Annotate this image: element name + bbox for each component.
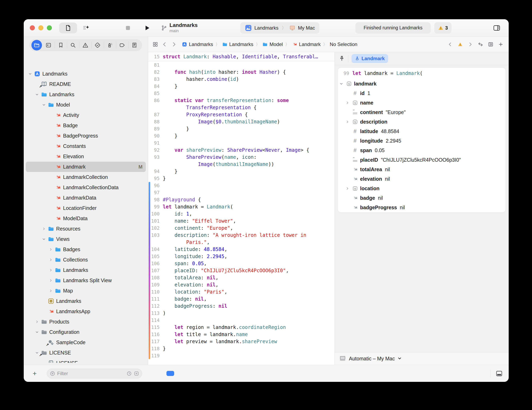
disclosure-right-icon[interactable] — [48, 289, 54, 292]
recent-files-clock-icon[interactable] — [126, 371, 132, 376]
tree-item-landmarks[interactable]: Landmarks — [26, 69, 146, 79]
code-line: 119 — [148, 352, 334, 359]
toggle-debug-area-icon[interactable] — [496, 370, 503, 377]
close-window-button[interactable] — [30, 25, 35, 30]
add-file-button[interactable]: + — [31, 369, 39, 377]
disclosure-right-icon[interactable] — [48, 258, 54, 262]
line-number: 101 — [148, 218, 163, 224]
tree-item-badge[interactable]: Badge — [26, 120, 146, 131]
breadcrumb-item-model[interactable]: Model — [262, 42, 283, 47]
tree-item-collections[interactable]: Collections — [26, 255, 146, 265]
tree-item-activity[interactable]: Activity — [26, 110, 146, 120]
line-number: 109 — [148, 282, 163, 287]
disclosure-right-icon[interactable] — [48, 279, 54, 282]
disclosure-right-icon[interactable] — [48, 268, 54, 272]
editor-options-icon[interactable] — [488, 42, 493, 47]
tree-item-landmarks[interactable]: Landmarks — [26, 89, 146, 100]
navigator-tab-reports-navigator[interactable] — [128, 41, 141, 50]
filter-field[interactable]: Filter — [47, 369, 142, 378]
tree-item-landmarks[interactable]: Landmarks — [26, 296, 146, 306]
source-editor[interactable]: 15 struct Landmark: Hashable, Identifiab… — [148, 52, 334, 365]
disclosure-down-icon[interactable] — [34, 93, 40, 96]
tree-item-license[interactable]: ↗LICENSE — [26, 348, 146, 358]
tree-item-license[interactable]: LICENSE — [26, 358, 146, 363]
navigator-tab-source-control-navigator[interactable] — [42, 41, 55, 50]
tree-item-resources[interactable]: Resources — [26, 224, 146, 234]
svg-text:“: “ — [353, 109, 355, 113]
disclosure-down-icon[interactable] — [41, 237, 47, 241]
zoom-window-button[interactable] — [47, 25, 52, 30]
quote-icon: “ — [351, 157, 359, 163]
disclosure-right-icon[interactable] — [41, 227, 47, 230]
tree-item-landmarks[interactable]: Landmarks — [26, 265, 146, 275]
disclosure-down-icon[interactable] — [34, 330, 40, 334]
tree-item-model[interactable]: Model — [26, 100, 146, 110]
tree-item-landmarksapp[interactable]: LandmarksApp — [26, 306, 146, 317]
breadcrumb-item-landmarks[interactable]: Landmarks — [182, 42, 213, 47]
inspector-row-landmark: Slandmark — [338, 79, 506, 89]
navigator-tab-project-navigator[interactable] — [31, 41, 42, 50]
code-line: 91 — [148, 139, 334, 146]
disclosure-right-icon[interactable] — [344, 187, 351, 190]
tree-item-readme[interactable]: ↗README — [26, 79, 146, 89]
scheme-selector[interactable]: Landmarks 〉 My Mac — [240, 22, 320, 34]
writing-tools-button[interactable] — [82, 23, 91, 33]
tree-item-constants[interactable]: Constants — [26, 141, 146, 151]
navigator-tab-issues-navigator[interactable] — [79, 41, 92, 50]
toggle-inspector-button[interactable] — [492, 23, 501, 33]
tree-item-landmarkcollectiondata[interactable]: LandmarkCollectionData — [26, 182, 146, 193]
tree-item-landmarkcollection[interactable]: LandmarkCollection — [26, 172, 146, 182]
warnings-badge[interactable]: 3 — [434, 22, 452, 34]
issue-warning-icon[interactable] — [458, 42, 463, 47]
inspector-label: description — [360, 119, 388, 125]
tree-item-views[interactable]: Views — [26, 234, 146, 244]
inspector-label: longitude — [360, 138, 383, 144]
related-items-icon[interactable] — [153, 42, 158, 47]
source-control-filter-icon[interactable] — [134, 371, 139, 376]
run-button[interactable] — [142, 23, 152, 33]
pin-icon[interactable] — [339, 55, 345, 62]
disclosure-down-icon[interactable] — [27, 72, 33, 76]
navigator-tab-debug-navigator[interactable] — [104, 41, 116, 50]
navigator-tab-find-navigator[interactable] — [67, 41, 79, 50]
code-review-icon[interactable] — [478, 42, 483, 47]
add-editor-icon[interactable] — [498, 42, 504, 47]
disclosure-right-icon[interactable] — [34, 320, 40, 324]
code-line: 89 } — [148, 125, 334, 132]
breadcrumb-item-landmark[interactable]: Landmark — [292, 42, 321, 47]
tree-item-locationfinder[interactable]: LocationFinder — [26, 203, 146, 213]
tree-item-landmarks-split-view[interactable]: Landmarks Split View — [26, 275, 146, 286]
tree-item-modeldata[interactable]: ModelData — [26, 213, 146, 224]
breadcrumb-item-landmarks[interactable]: Landmarks — [222, 42, 253, 47]
disclosure-right-icon[interactable] — [344, 101, 351, 105]
forward-icon[interactable] — [171, 42, 177, 47]
navigator-tab-bookmarks-navigator[interactable] — [55, 41, 67, 50]
tree-item-elevation[interactable]: Elevation — [26, 151, 146, 162]
navigator-tab-breakpoints-navigator[interactable] — [116, 41, 128, 50]
breadcrumb-label: Model — [269, 42, 283, 47]
tree-item-samplecode[interactable]: ↗SampleCode — [26, 337, 146, 348]
playground-scope-chip[interactable]: Landmark — [352, 54, 388, 63]
back-icon[interactable] — [162, 42, 167, 47]
disclosure-down-icon[interactable] — [338, 82, 345, 85]
disclosure-right-icon[interactable] — [48, 248, 54, 251]
hide-navigator-button[interactable] — [59, 22, 77, 33]
disclosure-right-icon[interactable] — [344, 120, 351, 124]
breadcrumb-item-no-selection[interactable]: No Selection — [330, 42, 357, 47]
code-line: 100 id: 1, — [148, 210, 334, 217]
navigator-tab-tests-navigator[interactable] — [91, 41, 104, 50]
disclosure-down-icon[interactable] — [41, 103, 47, 107]
previous-issue-icon[interactable] — [447, 42, 453, 47]
tree-item-badges[interactable]: Badges — [26, 244, 146, 255]
stop-button[interactable] — [123, 23, 133, 33]
tree-item-landmark[interactable]: LandmarkM — [26, 162, 146, 172]
tree-item-label: Landmarks Split View — [63, 278, 112, 283]
canvas-device-bar[interactable]: Automatic – My Mac — [335, 352, 509, 365]
tree-item-products[interactable]: Products — [26, 317, 146, 327]
tree-item-badgeprogress[interactable]: BadgeProgress — [26, 131, 146, 141]
tree-item-landmarkdata[interactable]: LandmarkData — [26, 193, 146, 203]
minimize-window-button[interactable] — [38, 25, 43, 30]
tree-item-configuration[interactable]: Configuration — [26, 327, 146, 337]
next-issue-icon[interactable] — [468, 42, 473, 47]
tree-item-map[interactable]: Map — [26, 286, 146, 296]
